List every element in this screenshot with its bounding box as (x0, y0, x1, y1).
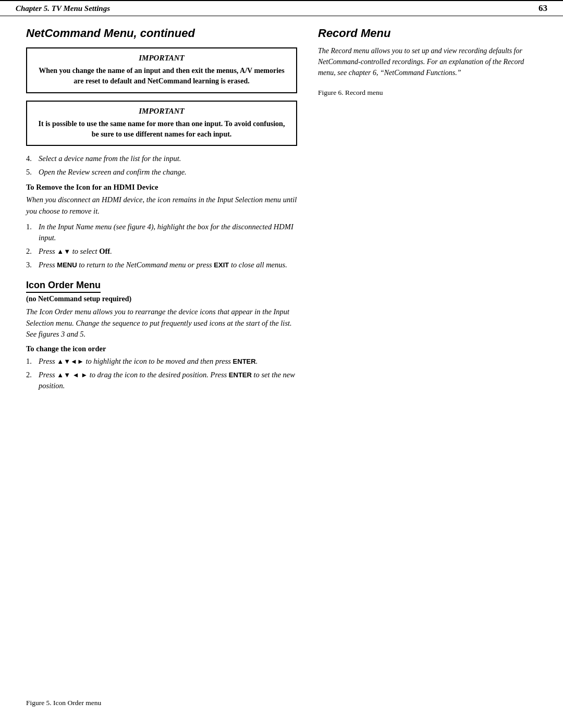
hdmi-step-2-text: Press ▲▼ to select Off. (39, 246, 297, 257)
hdmi-section: To Remove the Icon for an HDMI Device Wh… (26, 183, 297, 270)
icon-order-title: Icon Order Menu (26, 280, 101, 293)
icon-order-description: The Icon Order menu allows you to rearra… (26, 306, 297, 340)
no-netcommand-label: (no NetCommand setup required) (26, 295, 297, 303)
hdmi-step-1: 1. In the Input Name menu (see figure 4)… (26, 221, 297, 243)
important-body-1: When you change the name of an input and… (34, 66, 289, 87)
record-description: The Record menu allows you to set up and… (318, 45, 542, 78)
icon-step-2-text: Press ▲▼ ◄ ► to drag the icon to the des… (39, 369, 297, 391)
content-area: NetCommand Menu, continued IMPORTANT Whe… (0, 16, 563, 407)
bottom-caption: Figure 5. Icon Order menu (26, 699, 101, 707)
header-page-number: 63 (538, 3, 547, 14)
header-chapter: Chapter 5. TV Menu Settings (16, 4, 110, 13)
icon-step-2: 2. Press ▲▼ ◄ ► to drag the icon to the … (26, 369, 297, 391)
hdmi-steps: 1. In the Input Name menu (see figure 4)… (26, 221, 297, 270)
hdmi-step-3-text: Press MENU to return to the NetCommand m… (39, 260, 297, 270)
step-4-num: 4. (26, 153, 34, 164)
hdmi-intro: When you disconnect an HDMI device, the … (26, 194, 297, 217)
icon-step-1-text: Press ▲▼◄► to highlight the icon to be m… (39, 356, 297, 367)
icon-step-1: 1. Press ▲▼◄► to highlight the icon to b… (26, 356, 297, 367)
icon-order-steps: 1. Press ▲▼◄► to highlight the icon to b… (26, 356, 297, 391)
page-container: Chapter 5. TV Menu Settings 63 NetComman… (0, 0, 563, 728)
hdmi-step-1-num: 1. (26, 221, 34, 243)
left-column: NetCommand Menu, continued IMPORTANT Whe… (26, 27, 297, 397)
step-5-num: 5. (26, 167, 34, 178)
record-figure-caption: Figure 6. Record menu (318, 89, 542, 97)
icon-step-2-num: 2. (26, 369, 34, 391)
important-box-2: IMPORTANT It is possible to use the same… (26, 101, 297, 146)
hdmi-step-2: 2. Press ▲▼ to select Off. (26, 246, 297, 257)
right-column: Record Menu The Record menu allows you t… (313, 27, 542, 397)
important-box-1: IMPORTANT When you change the name of an… (26, 47, 297, 93)
main-title: NetCommand Menu, continued (26, 27, 297, 40)
important-body-2: It is possible to use the same name for … (34, 119, 289, 140)
page-header: Chapter 5. TV Menu Settings 63 (0, 0, 563, 16)
change-icon-heading: To change the icon order (26, 344, 297, 353)
icon-order-section: Icon Order Menu (no NetCommand setup req… (26, 280, 297, 391)
step-5-text: Open the Review screen and confirm the c… (39, 167, 297, 178)
hdmi-step-3-num: 3. (26, 260, 34, 270)
step-5: 5. Open the Review screen and confirm th… (26, 167, 297, 178)
important-title-2: IMPORTANT (34, 107, 289, 116)
important-title-1: IMPORTANT (34, 54, 289, 63)
icon-step-1-num: 1. (26, 356, 34, 367)
step-4: 4. Select a device name from the list fo… (26, 153, 297, 164)
hdmi-heading: To Remove the Icon for an HDMI Device (26, 183, 297, 192)
hdmi-step-2-num: 2. (26, 246, 34, 257)
steps-4-5: 4. Select a device name from the list fo… (26, 153, 297, 178)
hdmi-step-3: 3. Press MENU to return to the NetComman… (26, 260, 297, 270)
hdmi-step-1-text: In the Input Name menu (see figure 4), h… (39, 221, 297, 243)
record-title: Record Menu (318, 27, 542, 40)
step-4-text: Select a device name from the list for t… (39, 153, 297, 164)
